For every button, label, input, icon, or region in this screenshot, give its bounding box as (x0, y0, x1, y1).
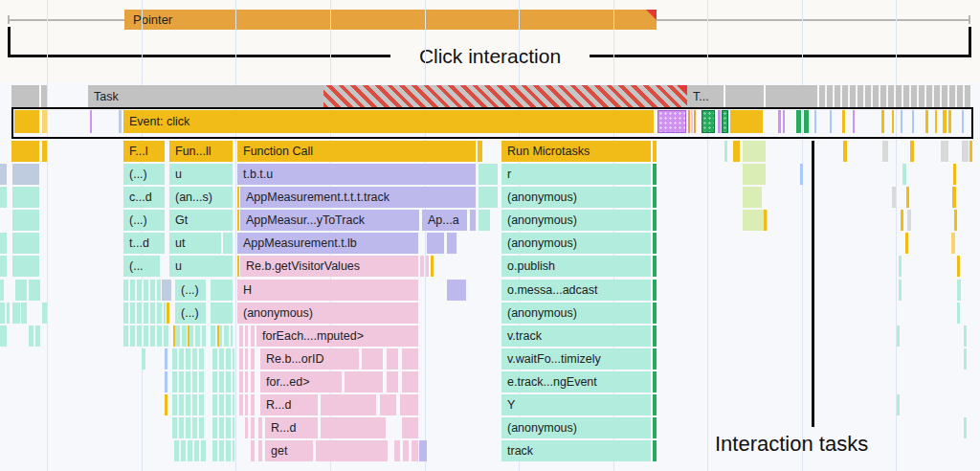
flame-bar-fragment[interactable] (427, 233, 444, 254)
flame-bar-fragment[interactable] (419, 440, 427, 461)
flame-bar-fragment[interactable] (951, 233, 955, 254)
flame-bar-fragment[interactable] (167, 303, 169, 324)
flame-bar-fragment[interactable] (653, 371, 657, 392)
flame-bar-fragment[interactable] (380, 394, 396, 415)
flame-bar[interactable]: t.b.t.u (237, 164, 476, 185)
flame-bar-fragment[interactable] (0, 325, 7, 347)
flame-bar-fragment[interactable] (953, 164, 956, 185)
flame-bar-fragment[interactable] (653, 141, 657, 162)
flame-bar[interactable]: t...d (123, 233, 165, 254)
flame-bar-fragment[interactable] (29, 280, 40, 301)
flame-bar-fragment[interactable] (211, 280, 233, 301)
flame-bar-fragment[interactable] (0, 164, 7, 185)
flame-bar-fragment[interactable] (123, 303, 166, 324)
flame-bar[interactable]: Fun...ll (169, 141, 233, 162)
flame-bar-fragment[interactable] (174, 440, 206, 461)
flame-bar-fragment[interactable] (653, 164, 657, 185)
flame-bar-fragment[interactable] (902, 164, 906, 185)
flame-bar[interactable]: c...d (123, 187, 165, 208)
flame-bar-fragment[interactable] (910, 141, 914, 162)
flame-bar-fragment[interactable] (12, 256, 39, 277)
flame-bar-fragment[interactable] (387, 348, 398, 370)
flame-bar-fragment[interactable] (403, 440, 409, 461)
flame-bar-fragment[interactable] (969, 141, 972, 162)
flame-bar-fragment[interactable] (402, 348, 418, 370)
flame-bar-fragment[interactable] (212, 348, 234, 370)
flame-bar-fragment[interactable] (447, 280, 466, 301)
flame-bar-fragment[interactable] (901, 210, 903, 231)
flame-bar-fragment[interactable] (211, 303, 233, 324)
task-bar-fragment[interactable] (725, 85, 764, 107)
flame-bar[interactable]: Y (501, 394, 651, 415)
flame-bar-fragment[interactable] (12, 303, 20, 324)
flame-bar[interactable]: Ap...a (422, 210, 467, 231)
flame-bar-fragment[interactable] (21, 303, 27, 324)
flame-bar-fragment[interactable] (245, 371, 248, 392)
flame-bar[interactable]: (anonymous) (237, 303, 418, 324)
flame-bar-fragment[interactable] (212, 394, 234, 415)
flame-bar[interactable]: AppMeasur...yToTrack (240, 210, 419, 231)
flame-bar[interactable]: o.messa...adcast (501, 280, 651, 301)
task-bar-fragment[interactable] (819, 85, 970, 107)
flame-bar-fragment[interactable] (653, 440, 657, 461)
flame-bar-fragment[interactable] (165, 348, 167, 370)
flame-bar-fragment[interactable] (957, 256, 960, 277)
flame-bar-fragment[interactable] (239, 325, 243, 347)
flame-bar-fragment[interactable] (12, 233, 39, 254)
flame-bar-fragment[interactable] (724, 141, 727, 162)
flame-bar[interactable]: H (237, 280, 418, 301)
task-bar-fragment[interactable] (41, 85, 47, 107)
flame-bar-fragment[interactable] (123, 280, 161, 301)
flame-bar-fragment[interactable] (479, 210, 490, 231)
flame-bar-fragment[interactable] (316, 440, 388, 461)
flame-bar[interactable]: Gt (169, 210, 233, 231)
flame-bar-fragment[interactable] (239, 371, 243, 392)
flame-bar[interactable]: Re.b...orID (260, 348, 359, 370)
flame-bar-fragment[interactable] (743, 187, 762, 208)
flame-bar-fragment[interactable] (0, 233, 7, 254)
flame-bar[interactable]: o.publish (501, 256, 651, 277)
flame-bar-fragment[interactable] (897, 325, 900, 347)
flame-bar-fragment[interactable] (237, 187, 239, 208)
flame-bar-fragment[interactable] (653, 325, 657, 347)
flame-bar-fragment[interactable] (400, 394, 418, 415)
flame-bar-fragment[interactable] (11, 141, 39, 162)
flame-bar-fragment[interactable] (0, 280, 4, 301)
flame-bar[interactable]: v.track (501, 325, 651, 347)
task-bar-fragment[interactable] (323, 85, 687, 107)
flame-bar-fragment[interactable] (245, 348, 248, 370)
flame-bar-fragment[interactable] (479, 164, 498, 185)
flame-bar-fragment[interactable] (0, 256, 7, 277)
flame-bar-fragment[interactable] (345, 371, 383, 392)
task-bar-fragment[interactable] (766, 85, 817, 107)
flame-bar-fragment[interactable] (957, 280, 961, 301)
flame-bar-fragment[interactable] (653, 303, 657, 324)
flame-bar[interactable]: Re.b.getVisitorValues (240, 256, 418, 277)
flame-bar-fragment[interactable] (0, 303, 10, 324)
flame-bar-fragment[interactable] (957, 303, 960, 324)
flame-bar-fragment[interactable] (165, 394, 167, 415)
flame-bar[interactable]: (anonymous) (501, 187, 651, 208)
flame-bar-fragment[interactable] (478, 141, 482, 162)
flame-bar[interactable]: forEach....mputed> (256, 325, 418, 347)
flame-bar-fragment[interactable] (251, 440, 255, 461)
flame-bar-fragment[interactable] (142, 348, 145, 370)
flame-bar-fragment[interactable] (743, 141, 766, 162)
flame-bar-fragment[interactable] (733, 141, 740, 162)
flame-bar-fragment[interactable] (162, 280, 171, 301)
flame-bar-fragment[interactable] (237, 256, 239, 277)
flame-bar-fragment[interactable] (239, 348, 243, 370)
flame-bar-fragment[interactable] (172, 348, 206, 370)
flame-bar-fragment[interactable] (394, 440, 400, 461)
flame-bar[interactable]: r (501, 164, 651, 185)
flame-bar-fragment[interactable] (899, 256, 902, 277)
flame-bar-fragment[interactable] (964, 348, 967, 370)
flame-bar-fragment[interactable] (843, 141, 847, 162)
flame-bar-fragment[interactable] (251, 417, 255, 438)
flame-bar-fragment[interactable] (800, 164, 803, 185)
flame-bar[interactable]: (...) (175, 280, 206, 301)
flame-bar-fragment[interactable] (251, 371, 255, 392)
flame-bar-fragment[interactable] (12, 164, 39, 185)
flame-bar-fragment[interactable] (211, 325, 233, 347)
flame-bar-fragment[interactable] (402, 417, 418, 438)
